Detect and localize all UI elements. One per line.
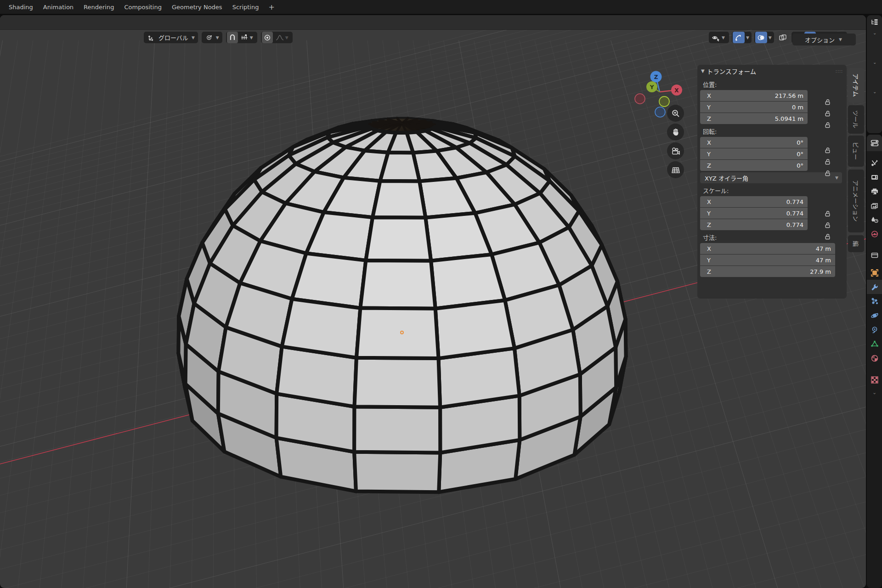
properties-tab-view-layer[interactable] <box>867 198 882 213</box>
properties-tab-texture[interactable] <box>867 373 882 387</box>
scale-fields: X0.774 Y0.774 Z0.774 <box>700 196 808 230</box>
sidebar-tab-edit[interactable]: 編 <box>848 235 864 252</box>
chevron-down-icon: ▼ <box>837 37 843 42</box>
properties-tab-particles[interactable] <box>867 294 882 308</box>
object-visibility-dropdown[interactable]: ▼ <box>710 32 728 43</box>
dimensions-z-field[interactable]: Z27.9 m <box>700 266 835 277</box>
lock-icon[interactable] <box>823 231 832 242</box>
material-sphere-icon <box>871 354 879 362</box>
sidebar-tab-tool[interactable]: ツール <box>848 105 864 134</box>
svg-text:X: X <box>674 87 679 94</box>
workspace-tab-geometry-nodes[interactable]: Geometry Nodes <box>167 0 227 14</box>
gizmos-dropdown[interactable]: ▼ <box>745 35 751 40</box>
scale-x-field[interactable]: X0.774 <box>700 196 808 207</box>
properties-tab-material[interactable] <box>867 351 882 365</box>
camera-view-button[interactable] <box>667 142 684 159</box>
particles-icon <box>871 297 879 305</box>
printer-icon <box>871 188 879 195</box>
lock-icon[interactable] <box>823 144 832 156</box>
location-y-field[interactable]: Y0 m <box>700 102 808 113</box>
proportional-editing-toggle[interactable] <box>262 32 273 43</box>
lock-icon[interactable] <box>823 208 832 219</box>
properties-tab-render[interactable] <box>867 170 882 184</box>
outliner-editor[interactable]: ⌄ ⌄ ⌄ <box>867 15 882 133</box>
rotation-fields: X0° Y0° Z0° <box>700 137 808 171</box>
snap-toggle-button[interactable] <box>227 32 238 43</box>
3d-viewport[interactable]: グローバル ▼ ▼ ▼ <box>0 15 866 588</box>
outliner-expand-icon[interactable]: ⌄ <box>873 60 876 65</box>
dimensions-x-field[interactable]: X47 m <box>700 243 835 254</box>
snap-target-dropdown[interactable]: ▼ <box>239 32 256 43</box>
lock-icon[interactable] <box>823 119 832 130</box>
properties-tab-modifiers[interactable] <box>867 280 882 294</box>
properties-tab-tool[interactable] <box>867 156 882 170</box>
properties-editor[interactable]: ⌄ <box>867 135 882 588</box>
rotation-z-field[interactable]: Z0° <box>700 160 808 171</box>
add-workspace-button[interactable]: + <box>264 3 279 11</box>
chevron-down-icon: ▼ <box>834 175 842 180</box>
proportional-falloff-dropdown[interactable]: ▼ <box>274 32 292 43</box>
rotation-mode-dropdown[interactable]: XYZ オイラー角 ▼ <box>700 172 842 183</box>
workspace-tab-compositing[interactable]: Compositing <box>119 0 167 14</box>
pan-button[interactable] <box>667 124 684 141</box>
outliner-expand-icon[interactable]: ⌄ <box>873 30 876 35</box>
properties-tab-world[interactable] <box>867 227 882 241</box>
workspace-tab-animation[interactable]: Animation <box>38 0 79 14</box>
rotation-x-field[interactable]: X0° <box>700 137 808 148</box>
chevron-down-icon: ▼ <box>249 35 254 40</box>
workspace-tab-rendering[interactable]: Rendering <box>79 0 119 14</box>
viewport-header-left-controls: グローバル ▼ ▼ ▼ <box>144 32 293 43</box>
outliner-icon <box>871 19 879 26</box>
render-camera-icon <box>871 174 879 181</box>
properties-tab-physics[interactable] <box>867 308 882 322</box>
properties-tab-collection[interactable] <box>867 248 882 262</box>
properties-tab-scene[interactable] <box>867 213 882 227</box>
xray-toggle[interactable] <box>777 32 789 43</box>
workspace-tab-shading[interactable]: Shading <box>4 0 38 14</box>
properties-tab-object-data[interactable] <box>867 337 882 351</box>
gizmo-icon <box>735 34 743 41</box>
proportional-editing-controls: ▼ <box>261 32 293 43</box>
object-icon <box>871 269 879 277</box>
dimensions-fields: X47 m Y47 m Z27.9 m <box>700 243 835 277</box>
lock-icon[interactable] <box>823 156 832 167</box>
lock-icon[interactable] <box>823 107 832 119</box>
overlays-icon <box>757 34 765 41</box>
scale-z-field[interactable]: Z0.774 <box>700 219 808 230</box>
transform-panel-header[interactable]: ▼ トランスフォーム :::: <box>697 65 847 77</box>
lock-icon[interactable] <box>823 219 832 231</box>
location-z-field[interactable]: Z5.0941 m <box>700 113 808 124</box>
zoom-button[interactable] <box>667 105 684 122</box>
pivot-point-dropdown[interactable]: ▼ <box>202 32 222 43</box>
sidebar-tab-animation[interactable]: アニメーション <box>848 170 864 232</box>
properties-tab-object[interactable] <box>867 266 882 280</box>
snap-increment-icon <box>241 34 249 41</box>
sidebar-tab-item[interactable]: アイテム <box>848 68 864 102</box>
panel-drag-grip[interactable]: :::: <box>836 69 843 74</box>
dimensions-y-field[interactable]: Y47 m <box>700 254 835 266</box>
gizmos-toggle[interactable] <box>733 32 745 43</box>
options-dropdown[interactable]: オプション ▼ <box>792 34 856 45</box>
gizmo-neg-x-ball[interactable] <box>635 94 645 104</box>
outliner-editor-type-button[interactable] <box>867 15 882 26</box>
lock-icon[interactable] <box>823 96 832 107</box>
outliner-expand-icon[interactable]: ⌄ <box>873 89 876 94</box>
sidebar-tab-view[interactable]: ビュー <box>848 136 864 167</box>
transform-orientation-dropdown[interactable]: グローバル ▼ <box>144 32 198 43</box>
scale-y-field[interactable]: Y0.774 <box>700 208 808 219</box>
properties-scroll-down-icon[interactable]: ⌄ <box>867 387 882 396</box>
lock-icon[interactable] <box>823 167 832 179</box>
rotation-y-field[interactable]: Y0° <box>700 148 808 159</box>
perspective-toggle-button[interactable] <box>667 161 684 178</box>
properties-tab-constraints[interactable] <box>867 322 882 337</box>
workspace-tab-scripting[interactable]: Scripting <box>227 0 264 14</box>
overlays-toggle[interactable] <box>755 32 767 43</box>
constraint-icon <box>871 326 879 334</box>
overlays-dropdown[interactable]: ▼ <box>767 35 773 40</box>
properties-tab-output[interactable] <box>867 184 882 198</box>
properties-editor-type-button[interactable] <box>867 135 882 151</box>
gizmo-neg-z-ball[interactable] <box>655 107 665 117</box>
gizmo-neg-y-ball[interactable] <box>659 96 669 107</box>
location-x-field[interactable]: X217.56 m <box>700 90 808 101</box>
chevron-down-icon: ▼ <box>215 35 220 40</box>
